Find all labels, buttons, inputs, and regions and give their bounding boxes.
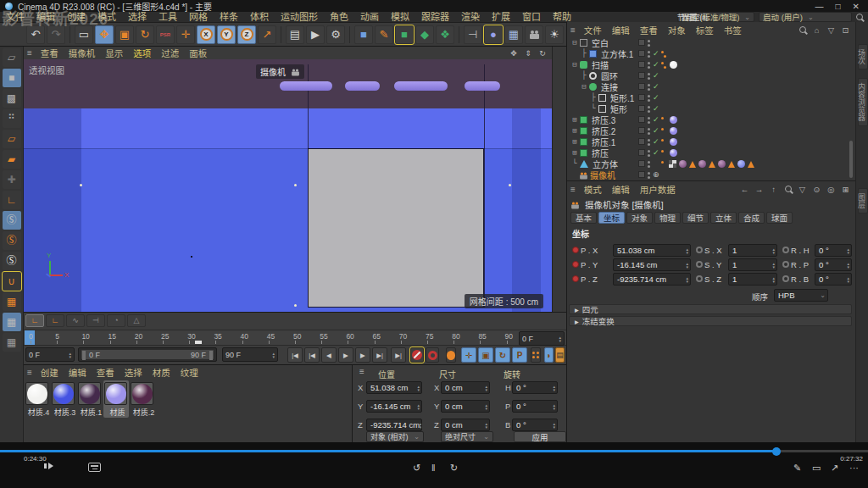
hamburger-icon[interactable]: ≡ <box>567 25 579 35</box>
forward-icon[interactable]: → <box>753 184 765 195</box>
tab-5[interactable]: 立体 <box>710 212 737 224</box>
keyframe-dot[interactable] <box>572 261 579 268</box>
collapsed-section[interactable]: ▸冻结变换 <box>569 316 852 326</box>
live-selection-icon[interactable]: ▭ <box>75 25 93 44</box>
visibility-dots[interactable] <box>648 84 650 86</box>
render-check-icon[interactable]: ✓ <box>653 81 659 92</box>
material-menu-4[interactable]: 材质 <box>147 366 175 379</box>
menu-item-0[interactable]: 文件 <box>0 12 31 23</box>
material-tag[interactable] <box>670 138 677 146</box>
material-menu-5[interactable]: 纹理 <box>175 366 203 379</box>
attribute-menu-1[interactable]: 编辑 <box>607 183 635 196</box>
frame-spinner[interactable]: 0 F▴▾ <box>519 331 565 346</box>
record-parameter-button[interactable]: P <box>512 347 527 363</box>
expand-toggle-icon[interactable]: ⊞ <box>570 147 579 158</box>
spinner-arrows-icon[interactable]: ▴▾ <box>686 247 688 254</box>
points-mode-icon[interactable]: ⠛ <box>3 109 21 128</box>
spinner-arrows-icon[interactable]: ▴▾ <box>847 276 849 283</box>
material-tag[interactable] <box>670 116 677 124</box>
hamburger-icon[interactable]: ≡ <box>24 48 36 58</box>
expand-toggle-icon[interactable]: ⊞ <box>570 136 579 147</box>
layer-tag[interactable] <box>638 116 645 123</box>
render-check-icon[interactable]: ✓ <box>653 92 659 103</box>
menu-item-1[interactable]: 编辑 <box>31 12 61 23</box>
render-check-icon[interactable]: ✓ <box>653 125 659 136</box>
spinner-arrows-icon[interactable]: ▴▾ <box>772 247 775 254</box>
maximize-button[interactable]: □ <box>836 2 841 11</box>
material-swatch[interactable] <box>78 382 101 405</box>
attribute-menu-0[interactable]: 模式 <box>579 183 607 196</box>
coord-mode-select[interactable]: 绝对尺寸⌄ <box>441 431 493 442</box>
perspective-viewport[interactable]: 透视视图 摄像机 Y X 网格间距 : 500 cm <box>24 59 552 312</box>
coordinate-system-icon[interactable]: ↗ <box>258 25 276 44</box>
field-value[interactable]: 1▴▾ <box>728 273 777 286</box>
menu-item-6[interactable]: 网格 <box>183 12 214 23</box>
play-sounds-button[interactable]: ◗ <box>544 347 554 363</box>
current-frame-field[interactable]: 0 F▴▾ <box>25 347 75 362</box>
sculpt-brush-icon[interactable]: ● <box>484 25 503 44</box>
coord-value-field[interactable]: 0 °▴▾ <box>512 419 558 431</box>
menu-item-2[interactable]: 创建 <box>61 12 92 23</box>
object-menu-2[interactable]: 查看 <box>635 24 663 36</box>
up-icon[interactable]: ↑ <box>767 184 780 195</box>
tab-4[interactable]: 细节 <box>682 212 709 224</box>
filter-icon[interactable]: ▽ <box>796 184 809 195</box>
layer-tag[interactable] <box>638 138 645 145</box>
render-check-icon[interactable]: ✓ <box>653 147 659 158</box>
material-tag[interactable] <box>670 61 677 69</box>
field-value[interactable]: 0 °▴▾ <box>815 258 852 271</box>
texture-mode-icon[interactable]: ▩ <box>3 89 21 108</box>
visibility-dots[interactable] <box>648 51 650 53</box>
magnet-tool-icon[interactable]: ∪ <box>3 272 21 291</box>
visibility-dots[interactable] <box>648 95 650 97</box>
light-object-icon[interactable]: ☀ <box>545 25 564 44</box>
generators-icon[interactable]: ◆ <box>415 25 434 44</box>
render-check-icon[interactable]: ✓ <box>653 114 659 125</box>
menu-item-11[interactable]: 动画 <box>354 12 385 23</box>
record-position-button[interactable]: ✛ <box>461 347 476 363</box>
phong-tag-icon[interactable] <box>709 161 715 168</box>
add-primitive-cube-icon[interactable]: ■ <box>354 25 373 44</box>
enable-snap-icon[interactable]: Ⓢ <box>3 211 21 230</box>
solo-mode-button[interactable]: ▤ <box>555 347 565 363</box>
object-menu-0[interactable]: 文件 <box>579 24 607 36</box>
phong-tag-icon[interactable] <box>748 161 754 168</box>
tweak-mode-icon[interactable]: ✚ <box>3 170 21 189</box>
previous-frame-button[interactable]: ◀ <box>321 347 337 363</box>
layer-tag[interactable] <box>638 39 645 46</box>
new-panel-icon[interactable]: ⊞ <box>839 184 852 195</box>
object-menu-3[interactable]: 对象 <box>663 24 691 36</box>
model-mode-icon[interactable]: ■ <box>3 69 21 87</box>
field-value[interactable]: 1▴▾ <box>728 244 777 257</box>
replay-10-icon[interactable]: ↺ <box>413 463 420 474</box>
next-frame-button[interactable]: ▶ <box>355 347 370 363</box>
home-icon[interactable]: ⌂ <box>810 25 823 36</box>
render-view-icon[interactable]: ▤ <box>286 25 304 44</box>
material-menu-2[interactable]: 查看 <box>92 366 120 379</box>
back-icon[interactable]: ← <box>738 184 751 195</box>
filter-icon[interactable]: ▽ <box>825 25 837 36</box>
menu-item-15[interactable]: 扩展 <box>486 12 516 23</box>
lock-z-axis-icon[interactable]: Z <box>237 25 256 44</box>
object-row[interactable]: ⊞挤压.1✓ <box>567 136 849 147</box>
layer-tag[interactable] <box>638 171 645 178</box>
field-value[interactable]: 51.038 cm▴▾ <box>613 244 691 257</box>
material-menu-0[interactable]: 创建 <box>36 366 64 379</box>
edges-mode-icon[interactable]: ▱ <box>3 130 21 148</box>
tab-0[interactable]: 基本 <box>570 212 597 224</box>
keyframe-dot[interactable] <box>572 247 579 253</box>
phong-tag-icon[interactable] <box>728 161 735 168</box>
object-row[interactable]: ├矩形.1✓ <box>567 92 849 103</box>
subtitle-icon[interactable]: ▭ <box>812 463 821 474</box>
field-value[interactable]: -9235.714 cm▴▾ <box>613 273 691 286</box>
minimize-button[interactable]: — <box>815 2 824 11</box>
key-hierarchy-icon[interactable]: △ <box>127 314 146 327</box>
key-corner-a-icon[interactable]: ∟ <box>25 314 44 327</box>
last-tool-icon[interactable]: ✛ <box>176 25 195 44</box>
undo-icon[interactable]: ↶ <box>26 25 45 44</box>
keyframe-dot[interactable] <box>572 275 579 282</box>
keyframe-selection-button[interactable] <box>446 347 456 363</box>
preview-range-slider[interactable]: 0 F90 F <box>78 347 217 362</box>
interface-select[interactable]: 启动 (用户)⌄ <box>759 12 852 22</box>
object-menu-1[interactable]: 编辑 <box>607 24 635 36</box>
